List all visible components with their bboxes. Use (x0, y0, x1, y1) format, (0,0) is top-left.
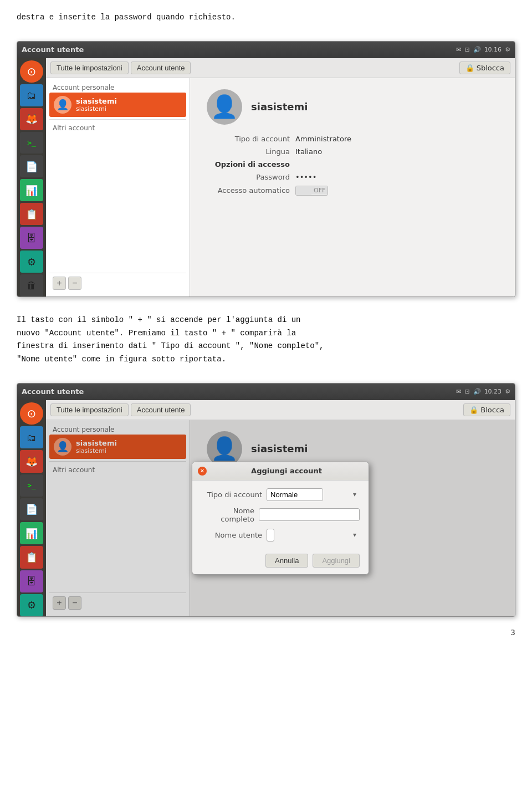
window1-toolbar: Tutte le impostazioni Account utente 🔒 S… (46, 58, 515, 78)
password-value-1: ••••• (295, 173, 316, 181)
big-avatar-icon-1: 👤 (211, 94, 238, 120)
title-bar-1: Account utente ✉ ⊡ 🔊 10.16 ⚙ (17, 42, 515, 58)
window1-content: Tutte le impostazioni Account utente 🔒 S… (46, 58, 515, 297)
big-avatar-1: 👤 (207, 89, 242, 125)
intro-text: destra e inserite la password quando ric… (17, 11, 515, 24)
desc-line-2: nuovo "Account utente". Premiamo il tast… (17, 327, 515, 340)
title-bar-2: Account utente ✉ ⊡ 🔊 10.23 ⚙ (17, 384, 515, 400)
dialog-close-btn[interactable]: ✕ (198, 467, 207, 476)
lingua-label-1: Lingua (207, 147, 295, 156)
lock-icon-2: 🔒 (469, 406, 478, 414)
dock-text-2[interactable]: 📄 (20, 498, 43, 520)
lock-btn-2[interactable]: 🔒 Blocca (463, 403, 510, 416)
dock-spreadsheet-2[interactable]: 📊 (20, 522, 43, 544)
lock-icon-1: 🔒 (466, 64, 474, 72)
account-personale-label-1: Account personale (49, 81, 186, 93)
files-icon-2: 🗂 (27, 432, 37, 443)
clock-2: 10.23 (484, 388, 502, 395)
settings-icon: ⚙ (505, 46, 510, 53)
user-info-1: siasistemi siasistemi (76, 97, 117, 113)
user-header-1: 👤 siasistemi (207, 89, 498, 125)
nome-utente-select-wrapper (267, 529, 360, 541)
account-type-row-1: Tipo di account Amministratore (207, 135, 498, 143)
dock-terminal-2[interactable]: >_ (20, 474, 43, 497)
account-type-label-1: Tipo di account (207, 135, 295, 143)
lock-btn-1[interactable]: 🔒 Sblocca (459, 62, 510, 74)
all-settings-btn-1[interactable]: Tutte le impostazioni (50, 62, 129, 74)
desc-text: Il tasto con il simbolo " + " si accende… (17, 314, 515, 366)
nome-completo-label: Nome completo (201, 507, 254, 523)
dialog-footer: Annulla Aggiungi (192, 549, 369, 574)
window2-split: Account personale 👤 siasistemi siasistem… (46, 420, 515, 616)
accesso-toggle-1[interactable]: OFF (295, 186, 328, 196)
accesso-label-1: Accesso automatico (207, 186, 295, 195)
all-settings-btn-2[interactable]: Tutte le impostazioni (50, 403, 129, 416)
volume-icon: 🔊 (473, 46, 481, 53)
dock-firefox-2[interactable]: 🦊 (20, 450, 43, 472)
add-user-btn-1[interactable]: + (53, 277, 66, 290)
ubuntu-icon: ⊙ (27, 65, 37, 78)
lingua-row-1: Lingua Italiano (207, 147, 498, 156)
presentation-icon-2: 📋 (25, 551, 38, 563)
account-type-value-1: Amministratore (295, 135, 351, 143)
remove-user-btn-1[interactable]: − (68, 277, 81, 290)
dock-ubuntu[interactable]: ⊙ (20, 60, 43, 83)
firefox-icon-2: 🦊 (25, 456, 38, 467)
aggiungi-btn[interactable]: Aggiungi (313, 554, 360, 568)
dock-system[interactable]: ⚙ (20, 251, 43, 273)
window1-left: Account personale 👤 siasistemi siasistem… (46, 78, 190, 297)
dock-presentation[interactable]: 📋 (20, 203, 43, 225)
system-icon: ⚙ (27, 256, 36, 268)
window1-title: Account utente (22, 45, 84, 54)
lingua-value-1: Italiano (295, 147, 322, 156)
nome-utente-label: Nome utente (201, 531, 262, 539)
opzioni-row-1: Opzioni di accesso (207, 160, 498, 168)
desc-line-1: Il tasto con il simbolo " + " si accende… (17, 314, 515, 327)
dock-files-2[interactable]: 🗂 (20, 426, 43, 448)
dock-firefox[interactable]: 🦊 (20, 108, 43, 130)
user-item-siasistemi-1[interactable]: 👤 siasistemi siasistemi (49, 93, 186, 117)
nome-completo-row: Nome completo (201, 507, 360, 523)
presentation-icon: 📋 (25, 208, 38, 220)
dock-files[interactable]: 🗂 (20, 84, 43, 106)
dock-trash[interactable]: 🗑 (20, 274, 43, 297)
text-icon-2: 📄 (25, 503, 38, 515)
dock-ubuntu-2[interactable]: ⊙ (20, 402, 43, 425)
spreadsheet-icon: 📊 (25, 185, 38, 196)
panel-spacer-1 (49, 133, 186, 273)
dock-database-2[interactable]: 🗄 (20, 570, 43, 592)
account-utente-btn-1[interactable]: Account utente (131, 62, 191, 74)
wifi-icon: ⊡ (464, 46, 469, 53)
user-name-1: siasistemi (76, 97, 117, 105)
tipo-account-label: Tipo di account (201, 491, 262, 499)
firefox-icon: 🦊 (25, 113, 38, 125)
system-icon-2: ⚙ (27, 599, 36, 611)
window1: Account utente ✉ ⊡ 🔊 10.16 ⚙ ⊙ 🗂 🦊 >_ (17, 41, 515, 297)
dock-spreadsheet[interactable]: 📊 (20, 179, 43, 201)
nome-utente-row: Nome utente (201, 529, 360, 541)
spreadsheet-icon-2: 📊 (25, 528, 38, 539)
nome-completo-input[interactable] (259, 508, 360, 521)
dock-presentation-2[interactable]: 📋 (20, 546, 43, 568)
password-label-1: Password (207, 173, 295, 181)
toggle-label-1: OFF (311, 186, 328, 195)
terminal-icon-2: >_ (27, 481, 36, 489)
text-icon: 📄 (25, 161, 38, 172)
account-utente-btn-2[interactable]: Account utente (131, 403, 191, 416)
dock-2: ⊙ 🗂 🦊 >_ 📄 📊 📋 🗄 ⚙ (17, 400, 46, 616)
tipo-account-row: Tipo di account Normale Amministratore (201, 488, 360, 501)
window2-body: ⊙ 🗂 🦊 >_ 📄 📊 📋 🗄 ⚙ (17, 400, 515, 616)
panel-footer-1: + − (49, 273, 186, 293)
tipo-account-select[interactable]: Normale Amministratore (267, 488, 323, 501)
dock-system-2[interactable]: ⚙ (20, 594, 43, 616)
dialog-title: Aggiungi account (210, 467, 363, 475)
desc-line-4: "Nome utente" come in figura sotto ripor… (17, 353, 515, 366)
dock-database[interactable]: 🗄 (20, 227, 43, 249)
annulla-btn[interactable]: Annulla (265, 554, 308, 568)
nome-utente-select[interactable] (267, 529, 274, 541)
database-icon: 🗄 (27, 232, 37, 244)
dock-text[interactable]: 📄 (20, 155, 43, 177)
dock-1: ⊙ 🗂 🦊 >_ 📄 📊 📋 🗄 ⚙ (17, 58, 46, 297)
tipo-account-select-wrapper: Normale Amministratore (267, 488, 360, 501)
dock-terminal[interactable]: >_ (20, 132, 43, 154)
